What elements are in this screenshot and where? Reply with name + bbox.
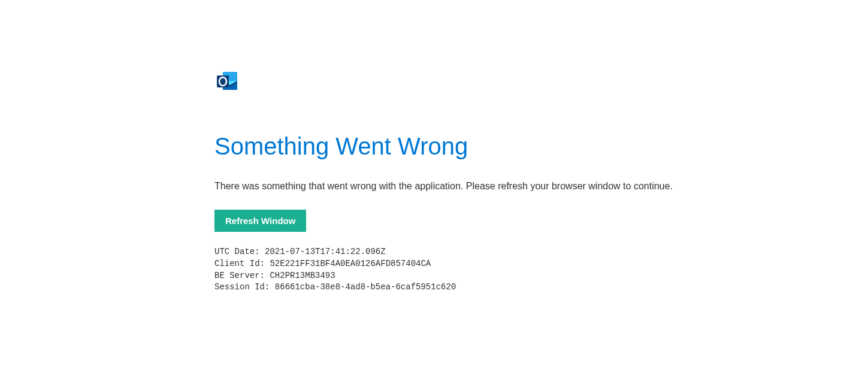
client-id-label: Client Id:	[214, 259, 270, 268]
utc-date-value: 2021-07-13T17:41:22.096Z	[265, 247, 386, 256]
error-container: Something Went Wrong There was something…	[214, 68, 754, 294]
client-id-value: 52E221FF31BF4A0EA0126AFD857404CA	[270, 259, 431, 268]
utc-date-label: UTC Date:	[214, 247, 265, 256]
session-id-label: Session Id:	[214, 282, 275, 292]
outlook-logo-icon	[214, 68, 754, 96]
error-heading: Something Went Wrong	[214, 132, 754, 161]
error-description: There was something that went wrong with…	[214, 180, 754, 193]
error-details: UTC Date: 2021-07-13T17:41:22.096Z Clien…	[214, 246, 754, 293]
session-id-line: Session Id: 86661cba-38e8-4ad8-b5ea-6caf…	[214, 282, 754, 294]
client-id-line: Client Id: 52E221FF31BF4A0EA0126AFD85740…	[214, 258, 754, 270]
be-server-line: BE Server: CH2PR13MB3493	[214, 270, 754, 282]
utc-date-line: UTC Date: 2021-07-13T17:41:22.096Z	[214, 246, 754, 258]
be-server-label: BE Server:	[214, 271, 270, 280]
be-server-value: CH2PR13MB3493	[270, 271, 335, 280]
refresh-window-button[interactable]: Refresh Window	[214, 210, 306, 232]
session-id-value: 86661cba-38e8-4ad8-b5ea-6caf5951c620	[275, 282, 456, 292]
